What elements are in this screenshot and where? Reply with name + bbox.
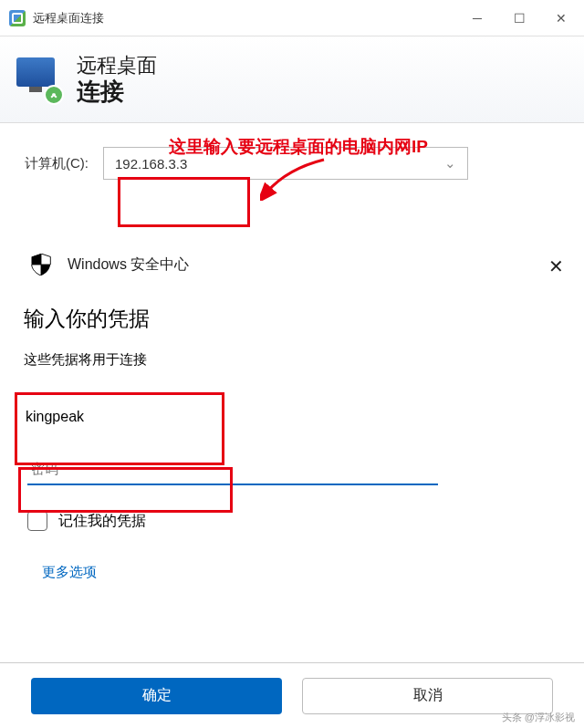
security-center-label: Windows 安全中心	[68, 255, 189, 275]
close-icon[interactable]: ✕	[548, 255, 564, 277]
header-line2: 连接	[77, 76, 157, 108]
header-banner: 远程桌面 连接	[0, 36, 584, 123]
chevron-down-icon: ⌄	[444, 155, 456, 172]
highlight-box-ip	[118, 177, 250, 227]
ok-button[interactable]: 确定	[31, 678, 282, 714]
shield-icon	[31, 254, 51, 276]
close-button[interactable]: ✕	[540, 0, 582, 36]
highlight-box-username	[15, 392, 224, 465]
maximize-button[interactable]: ☐	[498, 0, 540, 36]
rdc-app-icon	[9, 10, 26, 26]
title-bar: 远程桌面连接 ─ ☐ ✕	[0, 0, 584, 36]
highlight-box-password	[18, 467, 233, 513]
credentials-subtext: 这些凭据将用于连接	[24, 351, 560, 369]
more-options-link[interactable]: 更多选项	[42, 564, 560, 581]
arrow-icon	[260, 155, 333, 201]
rdc-header-icon	[16, 57, 60, 101]
credentials-heading: 输入你的凭据	[24, 305, 560, 333]
minimize-button[interactable]: ─	[456, 0, 498, 36]
cancel-button[interactable]: 取消	[302, 678, 553, 714]
window-title: 远程桌面连接	[33, 10, 456, 26]
watermark: 头条 @浮冰影视	[502, 711, 575, 724]
remember-checkbox[interactable]	[27, 511, 47, 531]
computer-label: 计算机(C):	[2, 155, 89, 172]
remember-label: 记住我的凭据	[58, 512, 146, 531]
dialog-buttons: 确定 取消	[0, 662, 584, 728]
